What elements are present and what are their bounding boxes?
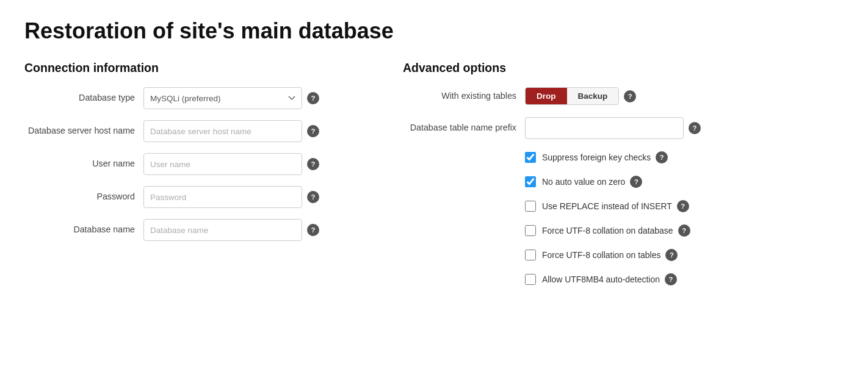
dbname-row: Database name ? (24, 219, 366, 241)
checkbox-force-utf8-db[interactable] (525, 225, 536, 236)
existing-tables-btn-group: Drop Backup (525, 87, 619, 105)
checkbox-help-icon-no-auto-zero[interactable]: ? (630, 176, 642, 188)
connection-section: Connection information Database type MyS… (24, 61, 366, 252)
table-prefix-help-icon[interactable]: ? (689, 122, 701, 134)
page-title: Restoration of site's main database (24, 18, 844, 44)
checkbox-row: Use REPLACE instead of INSERT? (525, 200, 844, 212)
advanced-section-title: Advanced options (403, 61, 844, 75)
checkbox-no-auto-zero[interactable] (525, 176, 536, 187)
db-type-select[interactable]: MySQLi (preferred) MySQL PDO MySQL Postg… (143, 87, 302, 109)
dbname-input[interactable] (143, 219, 302, 241)
table-prefix-label: Database table name prefix (403, 122, 525, 134)
connection-section-title: Connection information (24, 61, 366, 75)
checkbox-row: Force UTF-8 collation on database? (525, 224, 844, 237)
checkbox-help-icon-allow-utf8mb4[interactable]: ? (665, 273, 677, 285)
password-label: Password (24, 191, 143, 203)
dbname-label: Database name (24, 224, 143, 236)
existing-tables-help-icon[interactable]: ? (624, 90, 636, 102)
username-help-icon[interactable]: ? (307, 158, 319, 170)
checkboxes-container: Suppress foreign key checks?No auto valu… (403, 151, 844, 285)
checkbox-label-use-replace: Use REPLACE instead of INSERT (542, 201, 672, 211)
table-prefix-row: Database table name prefix mpkio_ ? (403, 117, 844, 139)
checkbox-help-icon-use-replace[interactable]: ? (677, 200, 689, 212)
existing-tables-row: With existing tables Drop Backup ? (403, 87, 844, 105)
checkbox-label-force-utf8-db: Force UTF-8 collation on database (542, 226, 673, 235)
checkbox-force-utf8-tables[interactable] (525, 249, 536, 260)
username-label: User name (24, 158, 143, 170)
checkbox-label-force-utf8-tables: Force UTF-8 collation on tables (542, 250, 660, 260)
password-input[interactable] (143, 186, 302, 208)
checkbox-row: Force UTF-8 collation on tables? (525, 249, 844, 261)
advanced-section: Advanced options With existing tables Dr… (403, 61, 844, 298)
username-row: User name ? (24, 153, 366, 175)
checkbox-label-suppress-fk: Suppress foreign key checks (542, 152, 651, 162)
db-host-label: Database server host name (24, 125, 143, 137)
checkbox-label-no-auto-zero: No auto value on zero (542, 177, 625, 187)
checkbox-allow-utf8mb4[interactable] (525, 274, 536, 285)
checkbox-suppress-fk[interactable] (525, 152, 536, 163)
checkbox-use-replace[interactable] (525, 201, 536, 212)
checkbox-row: Suppress foreign key checks? (525, 151, 844, 163)
table-prefix-input[interactable]: mpkio_ (525, 117, 684, 139)
db-host-help-icon[interactable]: ? (307, 125, 319, 137)
db-type-row: Database type MySQLi (preferred) MySQL P… (24, 87, 366, 109)
username-input[interactable] (143, 153, 302, 175)
drop-button[interactable]: Drop (526, 88, 567, 104)
dbname-help-icon[interactable]: ? (307, 224, 319, 236)
db-type-label: Database type (24, 92, 143, 104)
db-host-row: Database server host name ? (24, 120, 366, 142)
db-type-help-icon[interactable]: ? (307, 92, 319, 104)
checkbox-help-icon-force-utf8-tables[interactable]: ? (665, 249, 678, 261)
checkbox-help-icon-suppress-fk[interactable]: ? (656, 151, 668, 163)
password-help-icon[interactable]: ? (307, 191, 319, 203)
password-row: Password ? (24, 186, 366, 208)
checkbox-help-icon-force-utf8-db[interactable]: ? (678, 224, 690, 237)
existing-tables-label: With existing tables (403, 90, 525, 102)
checkbox-row: No auto value on zero? (525, 176, 844, 188)
backup-button[interactable]: Backup (567, 88, 619, 104)
db-host-input[interactable] (143, 120, 302, 142)
checkbox-row: Allow UTF8MB4 auto-detection? (525, 273, 844, 285)
checkbox-label-allow-utf8mb4: Allow UTF8MB4 auto-detection (542, 274, 660, 284)
